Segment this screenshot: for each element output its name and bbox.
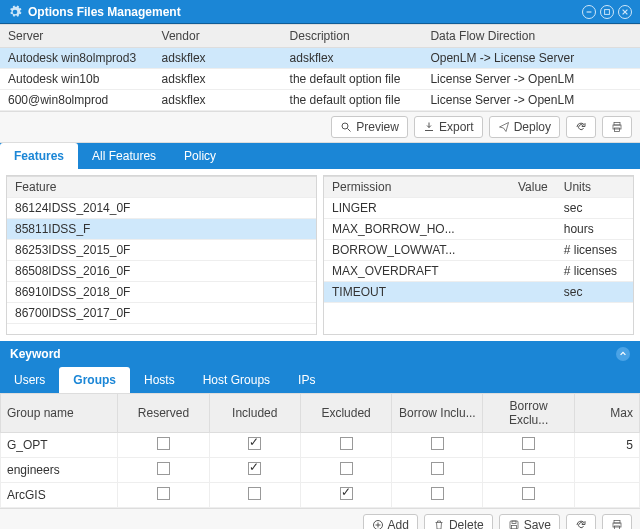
feature-row[interactable]: 85811IDSS_F [7,219,316,240]
feature-row[interactable]: 86253IDSS_2015_0F [7,240,316,261]
export-button[interactable]: Export [414,116,483,138]
feature-row[interactable]: 86124IDSS_2014_0F [7,198,316,219]
deploy-label: Deploy [514,120,551,134]
permission-row[interactable]: LINGERsec [324,198,633,219]
close-button[interactable] [618,5,632,19]
server-row[interactable]: Autodesk win8olmprod3adskflexadskflexOpe… [0,48,640,69]
column-header[interactable]: Units [556,177,633,198]
print-button[interactable] [602,116,632,138]
group-row[interactable]: engineers [1,458,640,483]
checkbox[interactable] [340,462,353,475]
group-row[interactable]: ArcGIS [1,483,640,508]
tab-all-features[interactable]: All Features [78,143,170,169]
deploy-button[interactable]: Deploy [489,116,560,138]
cell: License Server -> OpenLM [422,90,640,111]
column-header[interactable]: Server [0,25,154,48]
export-label: Export [439,120,474,134]
feature-cell: 86910IDSS_2018_0F [7,282,316,303]
checkbox[interactable] [431,487,444,500]
svg-rect-14 [511,526,516,530]
checkbox[interactable] [522,462,535,475]
checkbox[interactable] [157,487,170,500]
column-header[interactable]: Included [209,394,300,433]
max-cell: 5 [574,433,639,458]
feature-row[interactable]: 86508IDSS_2016_0F [7,261,316,282]
feature-cell: 86700IDSS_2017_0F [7,303,316,324]
preview-button[interactable]: Preview [331,116,408,138]
tab-ips[interactable]: IPs [284,367,329,393]
tab-features[interactable]: Features [0,143,78,169]
window-titlebar: Options Files Management [0,0,640,24]
tab-policy[interactable]: Policy [170,143,230,169]
checkbox[interactable] [431,462,444,475]
refresh-button-bottom[interactable] [566,514,596,529]
print-button-bottom[interactable] [602,514,632,529]
features-header[interactable]: Feature [7,177,316,198]
save-button[interactable]: Save [499,514,560,529]
collapse-icon[interactable] [616,347,630,361]
checkbox[interactable] [340,437,353,450]
max-cell [574,458,639,483]
server-row[interactable]: Autodesk win10badskflexthe default optio… [0,69,640,90]
column-header[interactable]: Permission [324,177,494,198]
checkbox[interactable] [248,487,261,500]
group-name-cell: engineers [1,458,118,483]
plus-icon [372,519,384,529]
checkbox[interactable] [248,462,261,475]
checkbox[interactable] [340,487,353,500]
column-header[interactable]: Group name [1,394,118,433]
cell: adskflex [154,48,282,69]
column-header[interactable]: Max [574,394,639,433]
feature-row[interactable]: 86700IDSS_2017_0F [7,303,316,324]
checkbox[interactable] [522,487,535,500]
cell [392,458,483,483]
add-button[interactable]: Add [363,514,418,529]
column-header[interactable]: Excluded [300,394,391,433]
checkbox[interactable] [431,437,444,450]
permission-row[interactable]: TIMEOUTsec [324,282,633,303]
tab-host-groups[interactable]: Host Groups [189,367,284,393]
tab-hosts[interactable]: Hosts [130,367,189,393]
checkbox[interactable] [522,437,535,450]
cell [483,483,574,508]
servers-table[interactable]: ServerVendorDescriptionData Flow Directi… [0,24,640,48]
column-header[interactable]: Description [282,25,423,48]
cell: OpenLM -> License Server [422,48,640,69]
group-row[interactable]: G_OPT5 [1,433,640,458]
svg-line-5 [348,129,351,132]
features-panel: Feature 86124IDSS_2014_0F85811IDSS_F8625… [6,175,317,335]
cell: Autodesk win8olmprod3 [0,48,154,69]
checkbox[interactable] [157,437,170,450]
column-header[interactable]: Borrow Inclu... [392,394,483,433]
max-cell [574,483,639,508]
groups-table[interactable]: Group nameReservedIncludedExcludedBorrow… [0,393,640,508]
delete-button[interactable]: Delete [424,514,493,529]
svg-point-4 [342,123,348,129]
permission-row[interactable]: MAX_OVERDRAFT# licenses [324,261,633,282]
server-row[interactable]: 600@win8olmprodadskflexthe default optio… [0,90,640,111]
keyword-section-header[interactable]: Keyword [0,341,640,367]
column-header[interactable]: Value [494,177,556,198]
refresh-button[interactable] [566,116,596,138]
maximize-button[interactable] [600,5,614,19]
cell: TIMEOUT [324,282,494,303]
column-header[interactable]: Borrow Exclu... [483,394,574,433]
cell [300,433,391,458]
column-header[interactable]: Reserved [118,394,209,433]
group-name-cell: ArcGIS [1,483,118,508]
tab-users[interactable]: Users [0,367,59,393]
feature-row[interactable]: 86910IDSS_2018_0F [7,282,316,303]
cell: # licenses [556,261,633,282]
permission-row[interactable]: BORROW_LOWWAT...# licenses [324,240,633,261]
cell [118,433,209,458]
column-header[interactable]: Data Flow Direction [422,25,640,48]
print-icon [611,121,623,133]
checkbox[interactable] [248,437,261,450]
column-header[interactable]: Vendor [154,25,282,48]
permission-row[interactable]: MAX_BORROW_HO...hours [324,219,633,240]
tab-groups[interactable]: Groups [59,367,130,393]
minimize-button[interactable] [582,5,596,19]
download-icon [423,121,435,133]
checkbox[interactable] [157,462,170,475]
save-label: Save [524,518,551,529]
